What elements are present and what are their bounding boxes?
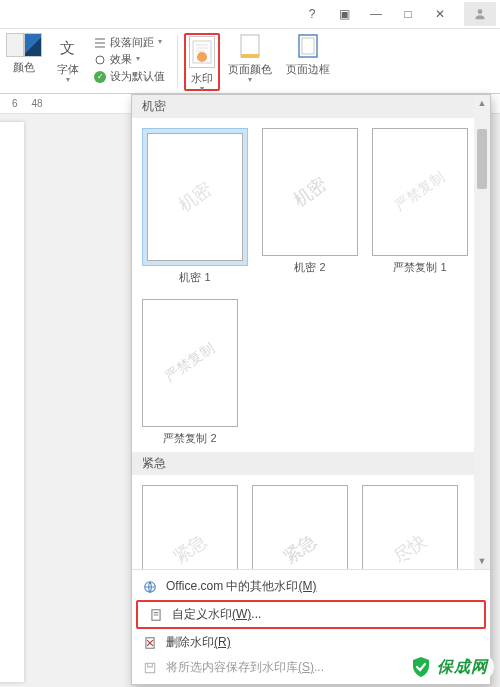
save-icon [142, 660, 158, 676]
effects-icon [94, 54, 106, 66]
chevron-down-icon: ▾ [158, 37, 162, 46]
gallery-item[interactable]: 机密 机密 1 [142, 128, 248, 285]
color-swatch-dark-icon [24, 33, 42, 57]
colors-button[interactable] [6, 33, 42, 57]
chevron-down-icon: ▾ [248, 75, 252, 84]
menu-hotkey: (W) [232, 607, 251, 621]
chevron-down-icon: ▾ [66, 75, 70, 84]
menu-label: Office.com 中的其他水印 [166, 579, 298, 593]
watermark-thumbnail: 机密 [147, 133, 243, 261]
avatar[interactable] [464, 2, 496, 26]
globe-icon [142, 579, 158, 595]
paragraph-spacing-button[interactable]: 段落间距 ▾ [88, 35, 171, 50]
svg-point-4 [197, 52, 207, 62]
gallery-item[interactable]: 紧急 紧急 1 [142, 485, 238, 569]
fonts-button[interactable]: 文 字体 ▾ [50, 33, 86, 91]
page-color-button[interactable]: 页面颜色 ▾ [222, 33, 278, 91]
menu-hotkey: (M) [298, 579, 316, 593]
watermark-preview-text: 严禁复制 [162, 340, 218, 387]
help-icon: ? [309, 7, 316, 21]
set-default-label: 设为默认值 [110, 69, 165, 84]
gallery-scrollbar[interactable]: ▲ ▼ [474, 95, 490, 569]
ruler-tick: 48 [32, 98, 43, 109]
help-button[interactable]: ? [298, 4, 326, 24]
gallery-item[interactable]: 紧急 紧急 2 [252, 485, 348, 569]
svg-point-2 [96, 56, 104, 64]
close-button[interactable]: ✕ [426, 4, 454, 24]
colors-label: 颜色 [13, 60, 35, 75]
remove-icon [142, 635, 158, 651]
menu-hotkey: (S) [298, 660, 314, 674]
watermark-thumbnail: 机密 [262, 128, 358, 256]
gallery-item[interactable]: 严禁复制 严禁复制 1 [372, 128, 468, 285]
menu-custom-watermark[interactable]: 自定义水印(W)... [136, 600, 486, 629]
fonts-icon: 文 [56, 35, 80, 59]
paragraph-icon [94, 37, 106, 49]
gallery-section-header: 紧急 [132, 452, 490, 475]
user-icon [473, 7, 487, 21]
watermark-thumbnail-label: 严禁复制 1 [393, 260, 446, 275]
watermark-preview-text: 紧急 [168, 529, 211, 569]
watermark-preview-text: 紧急 [278, 529, 321, 569]
page-border-icon [296, 35, 320, 59]
checkmark-icon: ✓ [94, 71, 106, 83]
menu-label: 删除水印 [166, 635, 214, 649]
svg-rect-5 [241, 35, 259, 57]
color-swatch-light-icon [6, 33, 24, 57]
ribbon-options: 段落间距 ▾ 效果 ▾ ✓ 设为默认值 [88, 33, 171, 84]
minimize-button[interactable]: — [362, 4, 390, 24]
menu-suffix: ... [251, 607, 261, 621]
menu-label: 将所选内容保存到水印库 [166, 660, 298, 674]
menu-remove-watermark[interactable]: 删除水印(R) [132, 630, 490, 655]
ribbon-divider [177, 35, 178, 87]
brand-text: 保成网 [437, 657, 488, 678]
effects-button[interactable]: 效果 ▾ [88, 52, 171, 67]
shield-check-icon [409, 655, 433, 679]
gallery-section: 紧急 紧急 1 紧急 紧急 2 尽快 尽快 1 [132, 475, 490, 569]
gallery-item[interactable]: 尽快 尽快 1 [362, 485, 458, 569]
watermark-thumbnail: 紧急 [142, 485, 238, 569]
scroll-down-icon[interactable]: ▼ [474, 553, 490, 569]
scrollbar-thumb[interactable] [477, 129, 487, 189]
minimize-icon: — [370, 7, 382, 21]
watermark-preview-text: 机密 [288, 172, 331, 212]
watermark-icon [189, 36, 215, 68]
page-border-button[interactable]: 页面边框 [280, 33, 336, 91]
set-default-button[interactable]: ✓ 设为默认值 [88, 69, 171, 84]
page-border-label: 页面边框 [286, 62, 330, 77]
svg-rect-12 [145, 663, 154, 672]
gallery-scroll-area[interactable]: 机密 机密 机密 1 机密 机密 2 严禁复制 严禁复制 1 严禁复制 严禁复制… [132, 95, 490, 569]
ribbon-display-button[interactable]: ▣ [330, 4, 358, 24]
watermark-gallery-panel: 机密 机密 机密 1 机密 机密 2 严禁复制 严禁复制 1 严禁复制 严禁复制… [131, 94, 491, 685]
maximize-button[interactable]: □ [394, 4, 422, 24]
close-icon: ✕ [435, 7, 445, 21]
watermark-thumbnail: 紧急 [252, 485, 348, 569]
svg-point-0 [478, 9, 483, 14]
gallery-section: 机密 机密 1 机密 机密 2 严禁复制 严禁复制 1 严禁复制 严禁复制 2 [132, 118, 490, 452]
ribbon: 颜色 文 字体 ▾ 段落间距 ▾ 效果 ▾ ✓ 设为默认值 [0, 29, 500, 94]
paragraph-spacing-label: 段落间距 [110, 35, 154, 50]
ribbon-display-icon: ▣ [339, 7, 350, 21]
watermark-button[interactable]: 水印 ▾ [184, 33, 220, 91]
ribbon-group-themes: 颜色 [0, 33, 48, 75]
page-color-icon [238, 35, 262, 59]
gallery-section-header: 机密 [132, 95, 490, 118]
menu-suffix: ... [314, 660, 324, 674]
watermark-thumbnail: 尽快 [362, 485, 458, 569]
document-page[interactable] [0, 122, 24, 682]
menu-label: 自定义水印 [172, 607, 232, 621]
watermark-preview-text: 机密 [173, 177, 216, 217]
watermark-thumbnail-label: 严禁复制 2 [163, 431, 216, 446]
maximize-icon: □ [404, 7, 411, 21]
watermark-preview-text: 尽快 [388, 529, 431, 569]
gallery-item[interactable]: 严禁复制 严禁复制 2 [142, 299, 238, 446]
watermark-thumbnail: 严禁复制 [142, 299, 238, 427]
page-icon [148, 607, 164, 623]
chevron-down-icon: ▾ [200, 84, 204, 93]
chevron-down-icon: ▾ [136, 54, 140, 63]
ruler-tick: 6 [12, 98, 18, 109]
scroll-up-icon[interactable]: ▲ [474, 95, 490, 111]
menu-office-watermarks[interactable]: Office.com 中的其他水印(M) [132, 574, 490, 599]
gallery-item[interactable]: 机密 机密 2 [262, 128, 358, 285]
watermark-thumbnail: 严禁复制 [372, 128, 468, 256]
